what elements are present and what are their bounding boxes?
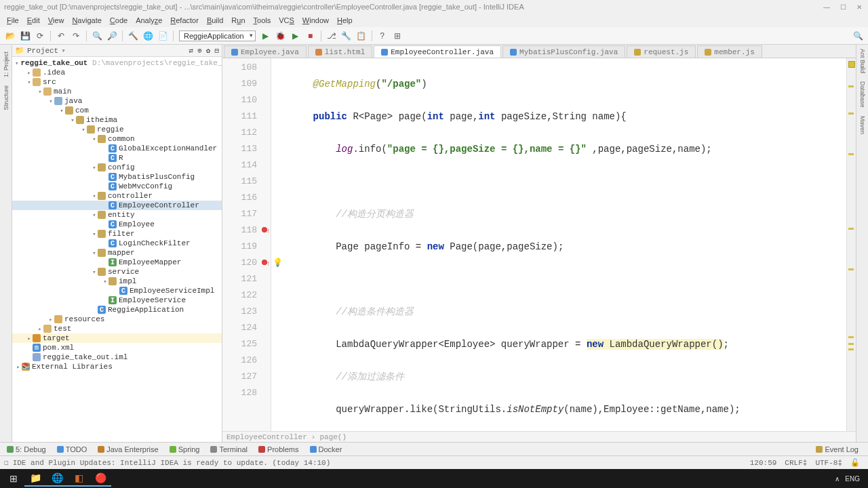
help-icon[interactable]: ? xyxy=(376,30,389,42)
file-encoding[interactable]: UTF-8‡ xyxy=(811,459,846,467)
tree-item[interactable]: ▾reggie xyxy=(12,125,222,134)
tree-item[interactable]: IEmployeeMapper xyxy=(12,258,222,267)
menu-help[interactable]: Help xyxy=(333,16,357,24)
caret-position[interactable]: 120:59 xyxy=(746,459,781,467)
tree-item[interactable]: ▾com xyxy=(12,106,222,115)
error-stripe[interactable] xyxy=(846,58,856,431)
tree-root[interactable]: ▾reggie_take_out D:\mavenprojects\reggie… xyxy=(12,58,222,68)
vcs-icon[interactable]: ⎇ xyxy=(326,30,338,42)
tree-item[interactable]: mpom.xml xyxy=(12,343,222,352)
code-editor[interactable]: 108 109 110 111 112 113 114 115 116 117 … xyxy=(222,58,856,431)
tree-item[interactable]: CMybatisPlusConfig xyxy=(12,172,222,182)
tree-item[interactable]: IEmployeeService xyxy=(12,296,222,305)
undo-icon[interactable]: ↶ xyxy=(55,30,67,42)
build-icon[interactable]: 🔨 xyxy=(127,30,139,42)
menu-refactor[interactable]: Refactor xyxy=(166,16,203,24)
taskbar-edge[interactable]: 🌐 xyxy=(46,470,68,487)
debug-icon[interactable]: 🐞 xyxy=(275,30,287,42)
stop-icon[interactable]: ■ xyxy=(304,30,317,42)
tree-item[interactable]: ▾common xyxy=(12,134,222,144)
project-settings-icon[interactable]: ✿ xyxy=(206,46,211,55)
tree-item[interactable]: reggie_take_out.iml xyxy=(12,352,222,362)
menu-file[interactable]: File xyxy=(3,16,23,24)
tree-item-selected[interactable]: CEmployeeController xyxy=(12,201,222,210)
status-icon[interactable]: ☐ xyxy=(4,458,9,467)
tree-item[interactable]: ▾itheima xyxy=(12,115,222,125)
menu-view[interactable]: View xyxy=(44,16,68,24)
menu-vcs[interactable]: VCS xyxy=(275,16,298,24)
code-body[interactable]: @GetMapping("/page") public R<Page> page… xyxy=(285,58,846,431)
breakpoint-icon[interactable] xyxy=(260,258,269,267)
line-separator[interactable]: CRLF‡ xyxy=(781,459,811,467)
menu-code[interactable]: Code xyxy=(106,16,132,24)
tree-item[interactable]: CEmployee xyxy=(12,220,222,229)
tab-terminal[interactable]: Terminal xyxy=(206,445,252,453)
tab-problems[interactable]: Problems xyxy=(254,445,302,453)
project-collapse-icon[interactable]: ⇄ xyxy=(189,46,194,55)
tab-request-js[interactable]: request.js xyxy=(627,45,696,58)
tree-item[interactable]: ▾service xyxy=(12,267,222,277)
menu-window[interactable]: Window xyxy=(298,16,333,24)
tab-docker[interactable]: Docker xyxy=(306,445,347,453)
taskbar-intellij[interactable]: ◧ xyxy=(68,470,90,487)
run-icon[interactable]: ▶ xyxy=(260,30,272,42)
open-icon[interactable]: 📂 xyxy=(4,30,16,42)
tree-item[interactable]: ▾entity xyxy=(12,210,222,220)
tree-item[interactable]: ▸📚External Libraries xyxy=(12,362,222,371)
settings-icon[interactable]: 🔧 xyxy=(340,30,353,42)
intention-bulb-icon[interactable]: 💡 xyxy=(273,258,283,267)
redo-icon[interactable]: ↷ xyxy=(70,30,82,42)
tab-todo[interactable]: TODO xyxy=(53,445,92,453)
menu-analyze[interactable]: Analyze xyxy=(132,16,166,24)
search-everywhere-icon[interactable]: ⊞ xyxy=(391,30,403,42)
project-hide-icon[interactable]: ⊟ xyxy=(214,46,219,55)
inspection-indicator[interactable] xyxy=(848,61,855,68)
tree-item[interactable]: ▸resources xyxy=(12,314,222,324)
tab-list-html[interactable]: list.html xyxy=(308,45,372,58)
tree-item[interactable]: CReggieApplication xyxy=(12,305,222,314)
coverage-icon[interactable]: ▶ xyxy=(290,30,302,42)
tree-item[interactable]: CWebMvcConfig xyxy=(12,182,222,191)
taskbar-explorer[interactable]: 📁 xyxy=(24,470,46,487)
tab-debug[interactable]: 5: Debug xyxy=(3,445,50,453)
tree-item[interactable]: ▸.idea xyxy=(12,68,222,77)
menu-build[interactable]: Build xyxy=(203,16,227,24)
find-icon[interactable]: 🔍 xyxy=(852,30,864,42)
tab-employee[interactable]: Employee.java xyxy=(224,45,307,58)
structure-icon[interactable]: 📋 xyxy=(355,30,368,42)
nav-back-icon[interactable]: 🌐 xyxy=(142,30,154,42)
menu-run[interactable]: Run xyxy=(227,16,249,24)
run-configuration-select[interactable]: ReggieApplication xyxy=(179,30,256,41)
maximize-button[interactable]: ☐ xyxy=(838,2,848,12)
tab-spring[interactable]: Spring xyxy=(165,445,204,453)
tree-item[interactable]: ▾src xyxy=(12,77,222,87)
tab-member-js[interactable]: member.js xyxy=(697,45,762,58)
tree-item[interactable]: ▾filter xyxy=(12,229,222,239)
forward-icon[interactable]: 🔎 xyxy=(106,30,118,42)
structure-tool-label[interactable]: Structure xyxy=(3,85,9,110)
tree-item[interactable]: ▾controller xyxy=(12,191,222,201)
close-button[interactable]: ✕ xyxy=(854,2,864,12)
tab-event-log[interactable]: Event Log xyxy=(812,445,863,453)
tree-item[interactable]: ▾java xyxy=(12,96,222,106)
project-target-icon[interactable]: ⊕ xyxy=(197,46,202,55)
menu-tools[interactable]: Tools xyxy=(250,16,275,24)
tree-item[interactable]: ▸test xyxy=(12,324,222,333)
tree-item[interactable]: CLoginCheckFilter xyxy=(12,239,222,248)
taskbar-chrome[interactable]: 🔴 xyxy=(90,470,111,487)
nav-fwd-icon[interactable]: 📄 xyxy=(157,30,169,42)
tab-java-enterprise[interactable]: Java Enterprise xyxy=(94,445,162,453)
tab-employee-controller[interactable]: EmployeeController.java xyxy=(374,45,501,58)
tree-item[interactable]: ▾config xyxy=(12,163,222,172)
tree-item[interactable]: CEmployeeServiceImpl xyxy=(12,286,222,296)
back-icon[interactable]: 🔍 xyxy=(91,30,103,42)
maven-tool-label[interactable]: Maven xyxy=(859,116,866,134)
project-tool-label[interactable]: 1: Project xyxy=(3,52,9,77)
tab-mybatis-config[interactable]: MybatisPlusConfig.java xyxy=(502,45,625,58)
database-tool-label[interactable]: Database xyxy=(859,81,866,108)
tree-item[interactable]: ▾main xyxy=(12,87,222,96)
start-button[interactable]: ⊞ xyxy=(3,470,24,487)
save-icon[interactable]: 💾 xyxy=(19,30,31,42)
git-branch[interactable]: 🔓 xyxy=(846,458,864,467)
project-tree[interactable]: ▾reggie_take_out D:\mavenprojects\reggie… xyxy=(12,57,222,442)
